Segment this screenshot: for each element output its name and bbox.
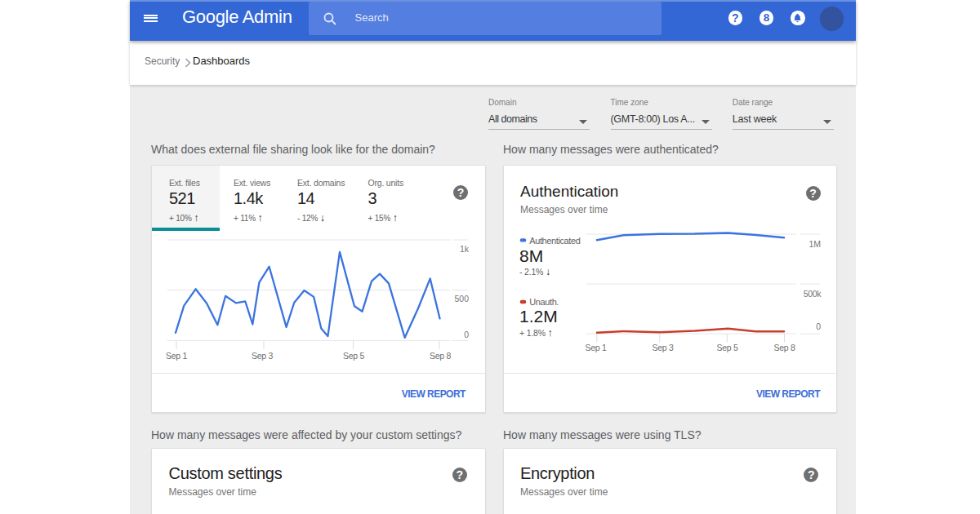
svg-text:Sep 8: Sep 8: [773, 343, 795, 352]
svg-text:1.2M: 1.2M: [519, 307, 558, 326]
svg-text:1k: 1k: [460, 244, 470, 254]
svg-text:500: 500: [454, 294, 469, 304]
svg-text:1M: 1M: [808, 239, 821, 249]
svg-text:Authenticated: Authenticated: [529, 236, 580, 246]
svg-text:- 2.1% ↓: - 2.1% ↓: [519, 266, 550, 277]
svg-text:Sep 1: Sep 1: [585, 343, 606, 352]
svg-text:0: 0: [464, 330, 469, 339]
svg-text:Sep 1: Sep 1: [166, 351, 187, 361]
svg-text:Unauth.: Unauth.: [529, 297, 559, 307]
svg-text:Sep 8: Sep 8: [430, 351, 451, 361]
svg-text:500k: 500k: [803, 289, 821, 299]
svg-text:+ 1.8% ↑: + 1.8% ↑: [519, 327, 553, 339]
svg-text:Sep 5: Sep 5: [716, 343, 737, 352]
svg-text:Sep 3: Sep 3: [652, 343, 673, 352]
svg-text:Sep 3: Sep 3: [252, 351, 273, 361]
svg-text:8M: 8M: [519, 246, 543, 265]
svg-text:Sep 5: Sep 5: [343, 351, 364, 361]
svg-text:0: 0: [816, 321, 821, 331]
